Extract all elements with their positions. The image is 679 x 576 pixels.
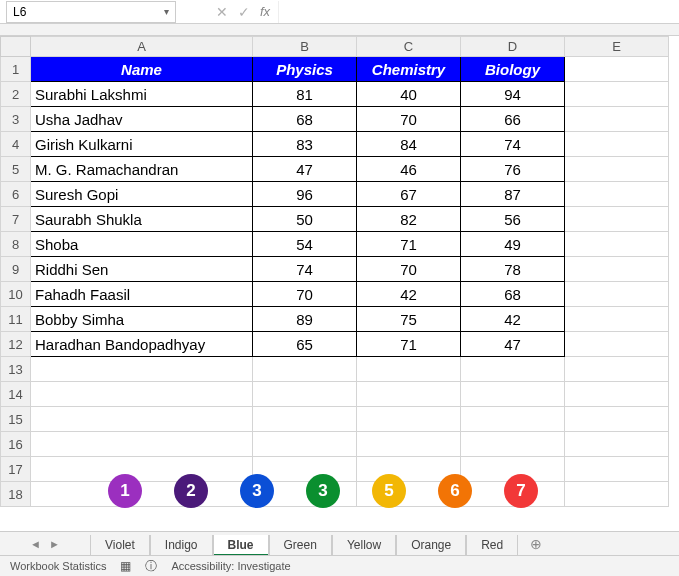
- cell-name[interactable]: Shoba: [31, 232, 253, 257]
- cell[interactable]: [565, 232, 669, 257]
- sheet-tab-green[interactable]: Green: [269, 535, 332, 556]
- cell[interactable]: [565, 132, 669, 157]
- row-header[interactable]: 4: [1, 132, 31, 157]
- sheet-tab-indigo[interactable]: Indigo: [150, 535, 213, 556]
- tab-nav-prev-icon[interactable]: ◄: [30, 538, 41, 550]
- cell[interactable]: [357, 407, 461, 432]
- accessibility-icon[interactable]: ⓘ: [145, 558, 157, 575]
- cell[interactable]: [565, 207, 669, 232]
- workbook-stats-label[interactable]: Workbook Statistics: [10, 560, 106, 572]
- cell[interactable]: [31, 457, 253, 482]
- row-header[interactable]: 2: [1, 82, 31, 107]
- row-header[interactable]: 5: [1, 157, 31, 182]
- cell-chemistry[interactable]: 75: [357, 307, 461, 332]
- row-header[interactable]: 15: [1, 407, 31, 432]
- cell-biology[interactable]: 76: [461, 157, 565, 182]
- cell[interactable]: [31, 357, 253, 382]
- cell-physics[interactable]: 54: [253, 232, 357, 257]
- cell-biology[interactable]: 94: [461, 82, 565, 107]
- column-header[interactable]: A: [31, 37, 253, 57]
- cell-name[interactable]: M. G. Ramachandran: [31, 157, 253, 182]
- table-header-cell[interactable]: Name: [31, 57, 253, 82]
- formula-input[interactable]: [278, 1, 679, 23]
- cell-chemistry[interactable]: 84: [357, 132, 461, 157]
- cell-name[interactable]: Riddhi Sen: [31, 257, 253, 282]
- name-box[interactable]: L6 ▾: [6, 1, 176, 23]
- cell-biology[interactable]: 87: [461, 182, 565, 207]
- cell-name[interactable]: Suresh Gopi: [31, 182, 253, 207]
- cell-chemistry[interactable]: 70: [357, 107, 461, 132]
- row-header[interactable]: 9: [1, 257, 31, 282]
- add-sheet-button[interactable]: ⊕: [524, 536, 548, 552]
- row-header[interactable]: 11: [1, 307, 31, 332]
- cell[interactable]: [461, 407, 565, 432]
- cell-physics[interactable]: 81: [253, 82, 357, 107]
- cell-physics[interactable]: 68: [253, 107, 357, 132]
- cell[interactable]: [565, 332, 669, 357]
- cell[interactable]: [357, 357, 461, 382]
- cell[interactable]: [565, 432, 669, 457]
- cell-physics[interactable]: 47: [253, 157, 357, 182]
- cell-biology[interactable]: 47: [461, 332, 565, 357]
- cell[interactable]: [565, 307, 669, 332]
- sheet-tab-orange[interactable]: Orange: [396, 535, 466, 556]
- spreadsheet-grid[interactable]: ABCDE1NamePhysicsChemistryBiology2Surabh…: [0, 36, 669, 507]
- cell[interactable]: [461, 357, 565, 382]
- stats-icon[interactable]: ▦: [120, 559, 131, 573]
- cancel-icon[interactable]: ✕: [216, 4, 228, 20]
- table-header-cell[interactable]: Chemistry: [357, 57, 461, 82]
- row-header[interactable]: 7: [1, 207, 31, 232]
- cell[interactable]: [253, 357, 357, 382]
- cell-biology[interactable]: 68: [461, 282, 565, 307]
- cell-chemistry[interactable]: 67: [357, 182, 461, 207]
- tab-nav-arrows[interactable]: ◄ ►: [0, 538, 90, 550]
- cell[interactable]: [565, 457, 669, 482]
- cell[interactable]: [461, 382, 565, 407]
- cell[interactable]: [31, 382, 253, 407]
- cell[interactable]: [253, 432, 357, 457]
- cell-name[interactable]: Haradhan Bandopadhyay: [31, 332, 253, 357]
- accessibility-label[interactable]: Accessibility: Investigate: [171, 560, 290, 572]
- cell[interactable]: [565, 382, 669, 407]
- row-header[interactable]: 14: [1, 382, 31, 407]
- row-header[interactable]: 16: [1, 432, 31, 457]
- cell[interactable]: [31, 407, 253, 432]
- cell-name[interactable]: Surabhi Lakshmi: [31, 82, 253, 107]
- cell-physics[interactable]: 96: [253, 182, 357, 207]
- cell-name[interactable]: Saurabh Shukla: [31, 207, 253, 232]
- cell[interactable]: [565, 157, 669, 182]
- row-header[interactable]: 13: [1, 357, 31, 382]
- cell[interactable]: [565, 107, 669, 132]
- row-header[interactable]: 18: [1, 482, 31, 507]
- cell-chemistry[interactable]: 82: [357, 207, 461, 232]
- cell[interactable]: [565, 482, 669, 507]
- cell[interactable]: [565, 282, 669, 307]
- sheet-tab-yellow[interactable]: Yellow: [332, 535, 396, 556]
- cell-biology[interactable]: 49: [461, 232, 565, 257]
- cell[interactable]: [357, 382, 461, 407]
- cell-physics[interactable]: 74: [253, 257, 357, 282]
- column-header[interactable]: C: [357, 37, 461, 57]
- chevron-down-icon[interactable]: ▾: [164, 6, 169, 17]
- row-header[interactable]: 12: [1, 332, 31, 357]
- cell-biology[interactable]: 74: [461, 132, 565, 157]
- cell[interactable]: [565, 407, 669, 432]
- cell-name[interactable]: Usha Jadhav: [31, 107, 253, 132]
- cell-name[interactable]: Girish Kulkarni: [31, 132, 253, 157]
- fx-icon[interactable]: fx: [260, 4, 270, 19]
- table-header-cell[interactable]: Physics: [253, 57, 357, 82]
- cell[interactable]: [357, 432, 461, 457]
- cell-biology[interactable]: 78: [461, 257, 565, 282]
- cell[interactable]: [565, 182, 669, 207]
- sheet-tab-red[interactable]: Red: [466, 535, 518, 556]
- sheet-tab-blue[interactable]: Blue: [213, 535, 269, 556]
- cell-chemistry[interactable]: 71: [357, 332, 461, 357]
- row-header[interactable]: 17: [1, 457, 31, 482]
- cell-physics[interactable]: 50: [253, 207, 357, 232]
- row-header[interactable]: 6: [1, 182, 31, 207]
- select-all-corner[interactable]: [1, 37, 31, 57]
- expand-bar[interactable]: [0, 24, 679, 36]
- cell-chemistry[interactable]: 46: [357, 157, 461, 182]
- tab-nav-next-icon[interactable]: ►: [49, 538, 60, 550]
- cell-physics[interactable]: 65: [253, 332, 357, 357]
